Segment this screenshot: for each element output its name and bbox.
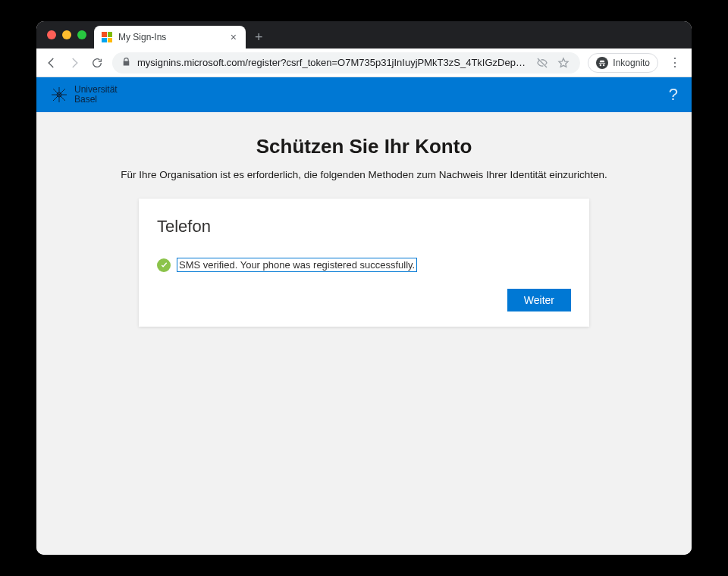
- main-content: Schützen Sie Ihr Konto Für Ihre Organisa…: [36, 112, 692, 327]
- browser-tab[interactable]: My Sign-Ins ×: [94, 26, 246, 49]
- window-controls: [42, 21, 94, 49]
- browser-toolbar: mysignins.microsoft.com/register?csrf_to…: [36, 49, 692, 77]
- incognito-label: Inkognito: [613, 58, 650, 68]
- lock-icon: [121, 57, 131, 69]
- eye-off-icon[interactable]: [535, 55, 550, 70]
- forward-button[interactable]: [67, 55, 82, 70]
- incognito-icon: [596, 57, 608, 69]
- microsoft-favicon-icon: [102, 32, 112, 42]
- brand-bar: Universität Basel ?: [36, 77, 692, 112]
- address-bar[interactable]: mysignins.microsoft.com/register?csrf_to…: [112, 52, 580, 74]
- success-check-icon: [157, 258, 171, 272]
- card-actions: Weiter: [157, 289, 571, 311]
- browser-window: My Sign-Ins × + mysignins.microsoft.com/…: [36, 21, 692, 555]
- setup-card: Telefon SMS verified. Your phone was reg…: [139, 199, 589, 327]
- tab-strip: My Sign-Ins × +: [36, 21, 692, 49]
- card-heading: Telefon: [157, 217, 571, 236]
- help-icon[interactable]: ?: [669, 85, 678, 105]
- university-logo-icon: [50, 86, 68, 104]
- tab-title: My Sign-Ins: [118, 32, 229, 42]
- brand-line2: Basel: [74, 95, 118, 105]
- status-message: SMS verified. Your phone was registered …: [177, 258, 417, 272]
- back-button[interactable]: [44, 55, 59, 70]
- page-subtitle: Für Ihre Organisation ist es erforderlic…: [121, 169, 607, 180]
- minimize-window-icon[interactable]: [62, 30, 71, 39]
- brand-logo: Universität Basel: [50, 85, 118, 105]
- incognito-chip[interactable]: Inkognito: [588, 53, 658, 73]
- page-content: Universität Basel ? Schützen Sie Ihr Kon…: [36, 77, 692, 555]
- maximize-window-icon[interactable]: [77, 30, 86, 39]
- browser-menu-button[interactable]: ⋮: [666, 55, 684, 70]
- new-tab-button[interactable]: +: [246, 26, 272, 49]
- close-tab-icon[interactable]: ×: [229, 31, 238, 43]
- page-title: Schützen Sie Ihr Konto: [256, 135, 472, 158]
- star-icon[interactable]: [556, 55, 571, 70]
- close-window-icon[interactable]: [47, 30, 56, 39]
- reload-button[interactable]: [89, 55, 105, 70]
- next-button[interactable]: Weiter: [507, 289, 571, 311]
- status-row: SMS verified. Your phone was registered …: [157, 258, 571, 272]
- url-text: mysignins.microsoft.com/register?csrf_to…: [137, 57, 529, 68]
